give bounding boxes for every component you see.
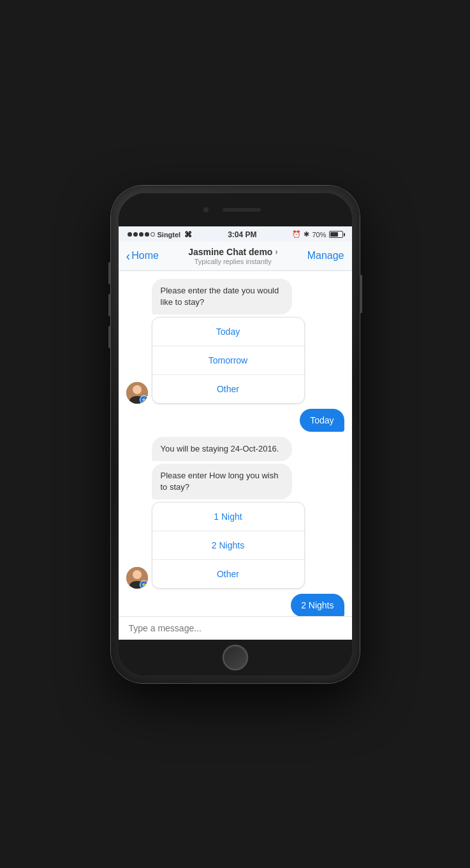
duration-options-card: 1 Night 2 Nights Other — [152, 502, 305, 589]
wifi-icon: ⌘ — [184, 230, 192, 239]
alarm-icon: ⏰ — [292, 230, 301, 239]
nav-title: Jasmine Chat demo › — [188, 247, 277, 257]
nav-subtitle: Typically replies instantly — [188, 258, 277, 265]
bot-avatar-2: ⚡ — [126, 567, 148, 589]
status-right: ⏰ ✱ 70% — [292, 230, 342, 239]
battery-percent: 70% — [312, 231, 326, 239]
nav-bar: ‹ Home Jasmine Chat demo › Typically rep… — [119, 242, 352, 271]
option-2-nights[interactable]: 2 Nights — [152, 531, 304, 560]
user-text-today: Today — [310, 415, 334, 425]
nav-title-chevron: › — [275, 247, 277, 256]
signal-dot-3 — [139, 232, 143, 237]
phone-top-bar — [119, 193, 352, 226]
carrier-name: Singtel — [158, 231, 181, 239]
camera — [203, 207, 209, 212]
bot-text-2: You will be staying 24-Oct-2016. — [161, 444, 279, 453]
date-options-card: Today Tomorrow Other — [152, 317, 305, 404]
phone-screen: Singtel ⌘ 3:04 PM ⏰ ✱ 70% — [119, 193, 352, 675]
screen: Singtel ⌘ 3:04 PM ⏰ ✱ 70% — [119, 226, 352, 640]
back-arrow-icon: ‹ — [126, 249, 131, 262]
phone-bottom — [119, 640, 352, 675]
battery-fill — [330, 232, 339, 237]
signal-dot-2 — [133, 232, 138, 237]
signal-dot-1 — [128, 232, 132, 237]
bot-bubble-date-question: Please enter the date you would like to … — [152, 279, 292, 314]
input-bar — [119, 616, 352, 640]
option-other-duration[interactable]: Other — [152, 560, 304, 588]
chat-title: Jasmine Chat demo — [188, 247, 272, 257]
user-text-2nights: 2 Nights — [301, 600, 334, 610]
battery-shell — [329, 231, 343, 238]
phone-device: Singtel ⌘ 3:04 PM ⏰ ✱ 70% — [111, 186, 360, 683]
signal-dot-5 — [151, 232, 155, 237]
signal-dot-4 — [145, 232, 149, 237]
battery-indicator — [329, 231, 343, 238]
user-bubble-2nights: 2 Nights — [291, 594, 344, 615]
bot-messages-1: Please enter the date you would like to … — [152, 279, 344, 404]
option-other-date[interactable]: Other — [152, 375, 304, 403]
bot-group-2: ⚡ You will be staying 24-Oct-2016. Pleas… — [126, 437, 344, 589]
bot-bubble-duration-question: Please enter How long you wish to stay? — [152, 464, 292, 499]
bluetooth-icon: ✱ — [304, 230, 309, 239]
home-button[interactable] — [223, 645, 248, 670]
bot-group-1: ⚡ Please enter the date you would like t… — [126, 279, 344, 404]
nav-center: Jasmine Chat demo › Typically replies in… — [188, 247, 277, 265]
bot-messages-2: You will be staying 24-Oct-2016. Please … — [152, 437, 344, 589]
user-message-2nights: 2 Nights — [126, 594, 344, 615]
back-button[interactable]: ‹ Home — [126, 249, 159, 262]
user-message-today: Today — [126, 409, 344, 432]
option-today[interactable]: Today — [152, 318, 304, 346]
user-bubble-today: Today — [300, 409, 344, 432]
bot-text-3: Please enter How long you wish to stay? — [161, 471, 279, 492]
bot-avatar-1: ⚡ — [126, 382, 148, 404]
manage-button[interactable]: Manage — [307, 250, 344, 261]
chat-area: ⚡ Please enter the date you would like t… — [119, 271, 352, 616]
svg-point-1 — [133, 385, 142, 394]
status-bar: Singtel ⌘ 3:04 PM ⏰ ✱ 70% — [119, 226, 352, 242]
messenger-badge-2: ⚡ — [140, 580, 148, 589]
option-tomorrow[interactable]: Tomorrow — [152, 346, 304, 375]
speaker — [223, 208, 261, 212]
bot-text-1: Please enter the date you would like to … — [161, 286, 279, 307]
status-time: 3:04 PM — [228, 230, 256, 239]
messenger-badge: ⚡ — [140, 395, 148, 404]
status-left: Singtel ⌘ — [128, 230, 193, 239]
bot-bubble-stay-confirm: You will be staying 24-Oct-2016. — [152, 437, 292, 461]
option-1-night[interactable]: 1 Night — [152, 503, 304, 531]
svg-point-3 — [133, 570, 142, 579]
back-label: Home — [131, 250, 159, 261]
signal-dots — [128, 232, 155, 237]
message-input[interactable] — [129, 623, 342, 633]
